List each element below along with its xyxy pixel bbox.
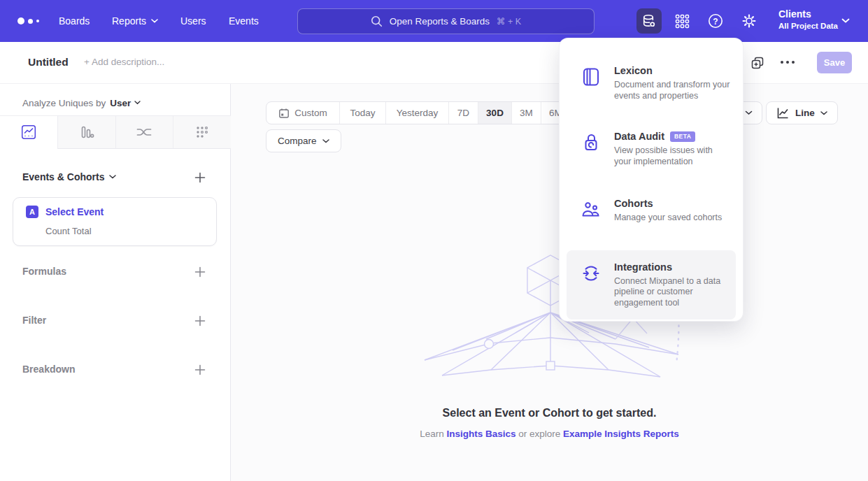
formulas-section: Formulas (0, 264, 231, 281)
nav-reports[interactable]: Reports (112, 0, 158, 42)
integrations-icon (581, 263, 602, 284)
save-button[interactable]: Save (817, 52, 852, 73)
scatter-chart-icon (194, 124, 210, 140)
filter-label: Filter (22, 315, 46, 326)
help-button[interactable]: ? (703, 8, 728, 34)
apps-grid-icon (675, 14, 690, 29)
nav-users[interactable]: Users (180, 0, 206, 42)
add-filter-icon[interactable] (194, 315, 206, 326)
chevron-down-icon (841, 18, 850, 24)
empty-state-title: Select an Event or Cohort to get started… (231, 407, 868, 419)
report-title[interactable]: Untitled (28, 56, 69, 69)
project-switcher[interactable]: Clients All Project Data (778, 8, 838, 31)
report-description-placeholder[interactable]: + Add description... (84, 57, 164, 67)
calendar-icon (278, 108, 290, 119)
date-custom-label: Custom (294, 108, 327, 118)
integrations-description: Connect Mixpanel to a data pipeline or c… (614, 276, 729, 309)
menu-item-integrations[interactable]: Integrations Connect Mixpanel to a data … (567, 250, 736, 320)
add-event-icon[interactable] (194, 172, 206, 183)
insights-basics-link[interactable]: Insights Basics (446, 429, 515, 439)
analyze-entity-dropdown[interactable]: User (110, 98, 141, 108)
analyze-uniques-row: Analyze Uniques by User (22, 92, 141, 113)
nav-reports-label: Reports (112, 15, 146, 27)
date-30d-label: 30D (486, 108, 504, 118)
global-search-input[interactable]: Open Reports & Boards ⌘ + K (297, 8, 595, 34)
data-management-button[interactable] (636, 8, 662, 34)
cohorts-description: Manage your saved cohorts (614, 213, 722, 224)
date-30d[interactable]: 30D (478, 102, 511, 124)
line-chart-icon (776, 106, 790, 120)
lexicon-icon (581, 66, 602, 87)
query-sidebar: Analyze Uniques by User (0, 84, 231, 481)
formulas-label: Formulas (22, 266, 66, 277)
search-icon (371, 15, 383, 27)
mixpanel-logo[interactable] (17, 0, 39, 42)
svg-text:?: ? (713, 17, 718, 27)
date-yesterday-label: Yesterday (397, 108, 439, 118)
events-cohorts-header[interactable]: Events & Cohorts (22, 171, 116, 182)
tab-flow-chart[interactable] (115, 116, 173, 149)
date-7d-label: 7D (457, 108, 469, 118)
empty-state-subtitle: Learn Insights Basics or explore Example… (231, 429, 868, 439)
duplicate-icon[interactable] (750, 56, 764, 70)
more-options-icon[interactable] (780, 60, 795, 64)
nav-events[interactable]: Events (229, 0, 259, 42)
search-placeholder: Open Reports & Boards (390, 16, 490, 27)
date-7d[interactable]: 7D (448, 102, 478, 124)
flow-chart-icon (136, 124, 152, 140)
data-management-menu: Lexicon Document and transform your even… (560, 38, 743, 321)
event-series-badge: A (26, 206, 38, 218)
tab-bar-chart[interactable] (57, 116, 115, 149)
add-breakdown-icon[interactable] (194, 364, 206, 375)
gear-icon (741, 13, 757, 29)
project-scope: All Project Data (778, 20, 838, 31)
integrations-title: Integrations (614, 261, 729, 273)
menu-item-lexicon[interactable]: Lexicon Document and transform your even… (560, 59, 743, 107)
breakdown-section: Breakdown (0, 362, 231, 379)
select-event-label[interactable]: Select Event (45, 206, 104, 217)
menu-item-data-audit[interactable]: Data Audit BETA View possible issues wit… (560, 125, 743, 173)
tab-line-chart[interactable] (0, 116, 57, 149)
nav-users-label: Users (180, 15, 206, 27)
nav-boards[interactable]: Boards (59, 0, 90, 42)
top-navbar: Boards Reports Users Events Open Reports… (0, 0, 868, 42)
org-name: Clients (778, 8, 838, 20)
date-3m[interactable]: 3M (511, 102, 541, 124)
events-cohorts-label: Events & Cohorts (22, 171, 104, 182)
help-icon: ? (708, 13, 723, 29)
analyze-entity-value: User (110, 98, 131, 108)
cohorts-title: Cohorts (614, 198, 722, 209)
chevron-down-icon (134, 101, 141, 105)
data-audit-description: View possible issues with your implement… (614, 145, 732, 167)
menu-item-cohorts[interactable]: Cohorts Manage your saved cohorts (560, 192, 743, 229)
apps-grid-button[interactable] (669, 8, 695, 34)
chart-type-tabs (0, 115, 231, 149)
lexicon-title: Lexicon (614, 65, 732, 76)
learn-prefix: Learn (420, 429, 444, 439)
date-yesterday[interactable]: Yesterday (385, 102, 448, 124)
compare-button[interactable]: Compare (266, 129, 341, 152)
beta-badge: BETA (670, 131, 696, 142)
lexicon-description: Document and transform your events and p… (614, 80, 732, 101)
chart-type-label: Line (795, 108, 815, 118)
chart-type-dropdown[interactable]: Line (766, 101, 838, 124)
events-cohorts-section: Events & Cohorts (0, 170, 231, 187)
tab-scatter-chart[interactable] (173, 116, 231, 149)
settings-button[interactable] (737, 8, 762, 34)
chevron-down-icon (322, 139, 329, 143)
event-card[interactable]: A Select Event Count Total (13, 197, 217, 246)
breakdown-label: Breakdown (22, 364, 75, 375)
chevron-down-icon (151, 19, 158, 23)
date-3m-label: 3M (520, 108, 533, 118)
example-reports-link[interactable]: Example Insights Reports (563, 429, 679, 439)
cohorts-icon (581, 199, 602, 220)
data-audit-title: Data Audit (614, 131, 664, 142)
date-today[interactable]: Today (339, 102, 385, 124)
add-formula-icon[interactable] (194, 266, 206, 278)
count-metric-label[interactable]: Count Total (45, 226, 92, 236)
subtitle-middle: or explore (518, 429, 560, 439)
date-custom[interactable]: Custom (266, 102, 339, 124)
compare-label: Compare (278, 136, 317, 146)
report-canvas: Custom Today Yesterday 7D 30D 3M 6M Comp… (231, 84, 868, 481)
nav-boards-label: Boards (59, 15, 90, 27)
